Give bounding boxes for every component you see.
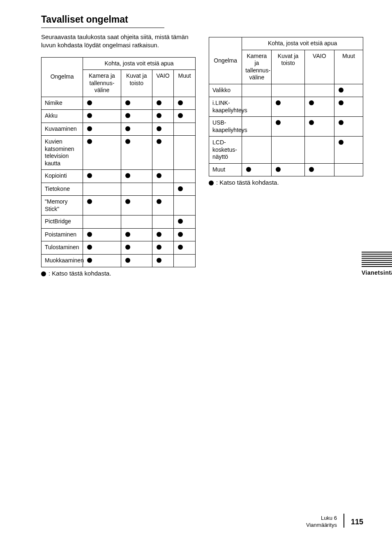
table-row: Tietokone	[42, 183, 196, 196]
mark-cell	[334, 117, 363, 137]
col-header: Kamera ja tallennus-väline	[242, 50, 272, 84]
dot-icon	[276, 100, 281, 105]
dot-icon	[125, 113, 130, 118]
mark-cell	[152, 136, 174, 170]
page-number: 115	[351, 518, 363, 526]
legend-text-2: : Katso tästä kohdasta.	[216, 179, 279, 186]
mark-cell	[121, 123, 152, 136]
row-label: Valikko	[209, 84, 242, 97]
intro-text: Seuraavasta taulukosta saat ohjeita siit…	[41, 33, 196, 50]
mark-cell	[304, 84, 334, 97]
mark-cell	[304, 117, 334, 137]
mark-cell	[242, 137, 272, 164]
mark-cell	[174, 123, 196, 136]
mark-cell	[174, 110, 196, 123]
row-label: PictBridge	[42, 215, 83, 229]
table-row: Muokkaaminen	[42, 254, 196, 267]
table-colgroup-header: Kohta, josta voit etsiä apua	[83, 57, 196, 70]
mark-cell	[304, 163, 334, 176]
dot-icon	[178, 245, 183, 250]
dot-icon	[209, 181, 214, 185]
mark-cell	[121, 215, 152, 229]
mark-cell	[272, 84, 304, 97]
mark-cell	[174, 170, 196, 183]
mark-cell	[334, 84, 363, 97]
legend-text: : Katso tästä kohdasta.	[48, 270, 111, 277]
mark-cell	[174, 183, 196, 196]
mark-cell	[272, 163, 304, 176]
table-row-header-2: Ongelma	[209, 37, 242, 84]
mark-cell	[334, 97, 363, 117]
dot-icon	[309, 100, 314, 105]
row-label: LCD-kosketus-näyttö	[209, 137, 242, 164]
mark-cell	[152, 97, 174, 110]
row-label: Nimike	[42, 97, 83, 110]
dot-icon	[309, 167, 314, 172]
mark-cell	[152, 170, 174, 183]
dot-icon	[157, 113, 161, 118]
dot-icon	[276, 167, 281, 172]
mark-cell	[334, 163, 363, 176]
table-row: PictBridge	[42, 215, 196, 229]
mark-cell	[83, 196, 121, 215]
mark-cell	[152, 254, 174, 267]
mark-cell	[174, 196, 196, 215]
mark-cell	[121, 254, 152, 267]
row-label: "Memory Stick"	[42, 196, 83, 215]
sidebar-label: Vianetsintä	[362, 269, 392, 276]
page-header: Tavalliset ongelmat	[41, 14, 196, 25]
mark-cell	[242, 163, 272, 176]
row-label: Kopiointi	[42, 170, 83, 183]
dot-icon	[157, 232, 161, 237]
mark-cell	[83, 254, 121, 267]
mark-cell	[152, 215, 174, 229]
dot-icon	[178, 113, 183, 118]
col-header: Kuvat ja toisto	[121, 70, 152, 97]
row-label: Muut	[209, 163, 242, 176]
dot-icon	[125, 258, 130, 263]
mark-cell	[83, 228, 121, 241]
dot-icon	[87, 100, 92, 105]
mark-cell	[152, 123, 174, 136]
mark-cell	[121, 241, 152, 255]
table-colgroup-header-2: Kohta, josta voit etsiä apua	[242, 37, 363, 50]
dot-icon	[87, 258, 92, 263]
table-row: i.LINK-kaapeliyhteys	[209, 97, 363, 117]
dot-icon	[339, 100, 344, 105]
col-header: VAIO	[304, 50, 334, 84]
dot-icon	[178, 186, 183, 191]
dot-icon	[87, 245, 92, 250]
page-footer: Luku 6 Vianmääritys 115	[306, 515, 363, 529]
dot-icon	[157, 199, 161, 204]
mark-cell	[152, 241, 174, 255]
dot-icon	[87, 232, 92, 237]
row-label: Kuvaaminen	[42, 123, 83, 136]
table-issues-1: Ongelma Kohta, josta voit etsiä apua Kam…	[41, 57, 196, 268]
col-header: Muut	[334, 50, 363, 84]
dot-icon	[339, 120, 344, 125]
row-label: Tietokone	[42, 183, 83, 196]
row-label: Muokkaaminen	[42, 254, 83, 267]
dot-icon	[246, 167, 251, 172]
col-header: Muut	[174, 70, 196, 97]
col-header: Kamera ja tallennus-väline	[83, 70, 121, 97]
mark-cell	[152, 196, 174, 215]
dot-icon	[157, 100, 161, 105]
mark-cell	[83, 123, 121, 136]
table-row: USB-kaapeliyhteys	[209, 117, 363, 137]
table-row: Valikko	[209, 84, 363, 97]
table-row: Poistaminen	[42, 228, 196, 241]
legend-2: : Katso tästä kohdasta.	[209, 179, 363, 186]
mark-cell	[174, 136, 196, 170]
footer-separator	[344, 514, 344, 528]
dot-icon	[339, 140, 344, 145]
dot-icon	[125, 100, 130, 105]
mark-cell	[304, 97, 334, 117]
dot-icon	[87, 113, 92, 118]
mark-cell	[83, 215, 121, 229]
mark-cell	[304, 137, 334, 164]
dot-icon	[157, 126, 161, 131]
mark-cell	[83, 97, 121, 110]
mark-cell	[174, 241, 196, 255]
mark-cell	[152, 110, 174, 123]
